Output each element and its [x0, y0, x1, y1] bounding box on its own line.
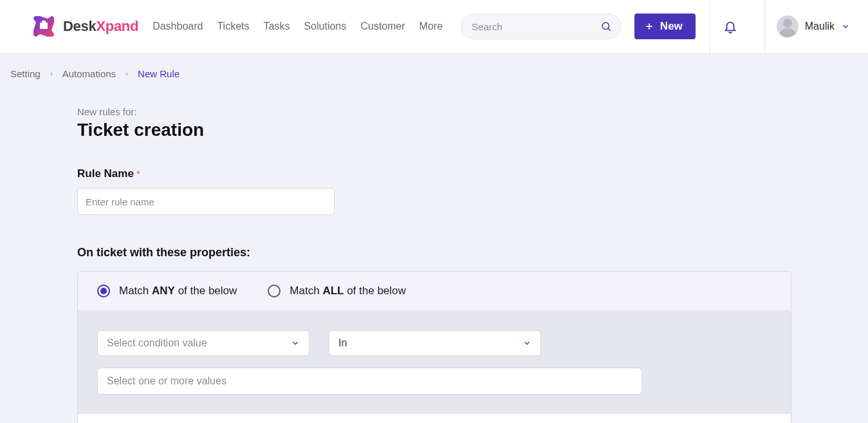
svg-line-3 — [608, 28, 610, 30]
radio-icon-unselected — [268, 285, 281, 297]
svg-rect-1 — [42, 21, 46, 23]
search-icon — [600, 21, 612, 32]
logo-text: DeskXpand — [63, 18, 138, 35]
search-input[interactable] — [472, 21, 600, 32]
nav-tasks[interactable]: Tasks — [264, 21, 290, 32]
content: New rules for: Ticket creation Rule Name… — [0, 79, 791, 423]
conditions-panel: Match ANY of the below Match ALL of the … — [77, 271, 791, 423]
match-row: Match ANY of the below Match ALL of the … — [78, 272, 791, 311]
avatar — [777, 15, 799, 37]
notifications[interactable] — [710, 19, 750, 33]
rule-name-input[interactable] — [77, 188, 335, 215]
required-indicator: * — [136, 169, 140, 179]
new-button-label: New — [660, 20, 683, 33]
user-menu[interactable]: Maulik — [765, 15, 868, 37]
conditions-label: On ticket with these properties: — [77, 246, 791, 259]
chevron-right-icon — [48, 71, 55, 77]
chevron-down-icon — [841, 22, 850, 31]
condition-body: Select condition value In Select one or … — [78, 311, 791, 414]
chevron-right-icon — [124, 71, 130, 77]
breadcrumb-current: New Rule — [138, 68, 180, 79]
condition-values-placeholder: Select one or more values — [107, 375, 226, 387]
condition-row: Select condition value In — [97, 330, 771, 356]
main-nav: Dashboard Tickets Tasks Solutions Custom… — [152, 21, 443, 32]
match-all-label: Match ALL of the below — [290, 285, 405, 297]
condition-field-value: Select condition value — [107, 337, 207, 349]
nav-tickets[interactable]: Tickets — [217, 21, 249, 32]
new-button[interactable]: New — [634, 14, 696, 39]
nav-solutions[interactable]: Solutions — [304, 21, 346, 32]
search-box[interactable] — [461, 14, 622, 39]
plus-icon — [645, 22, 654, 31]
breadcrumb-automations[interactable]: Automations — [62, 68, 116, 79]
svg-point-2 — [602, 23, 609, 30]
username: Maulik — [805, 21, 835, 32]
add-condition-button[interactable]: Add new condition — [78, 414, 791, 423]
condition-operator-value: In — [338, 337, 347, 349]
nav-more[interactable]: More — [420, 21, 443, 32]
nav-dashboard[interactable]: Dashboard — [152, 21, 203, 32]
radio-icon-selected — [97, 285, 110, 297]
condition-field-select[interactable]: Select condition value — [97, 330, 309, 356]
page-subhead: New rules for: — [77, 106, 791, 117]
breadcrumb: Setting Automations New Rule — [0, 53, 868, 79]
breadcrumb-setting[interactable]: Setting — [10, 68, 41, 79]
logo-icon — [31, 14, 57, 39]
logo[interactable]: DeskXpand — [31, 14, 138, 39]
chevron-down-icon — [291, 339, 300, 348]
match-any-label: Match ANY of the below — [119, 285, 237, 297]
match-all-radio[interactable]: Match ALL of the below — [268, 285, 405, 297]
header: DeskXpand Dashboard Tickets Tasks Soluti… — [0, 0, 868, 53]
match-any-radio[interactable]: Match ANY of the below — [97, 285, 237, 297]
chevron-down-icon — [522, 339, 531, 348]
bell-icon — [723, 19, 737, 33]
page-title: Ticket creation — [77, 120, 791, 140]
nav-customer[interactable]: Customer — [360, 21, 405, 32]
condition-operator-select[interactable]: In — [329, 330, 541, 356]
condition-values-select[interactable]: Select one or more values — [97, 368, 642, 395]
rule-name-field: Rule Name * — [77, 167, 791, 215]
rule-name-label: Rule Name — [77, 167, 134, 180]
svg-rect-0 — [40, 23, 48, 29]
